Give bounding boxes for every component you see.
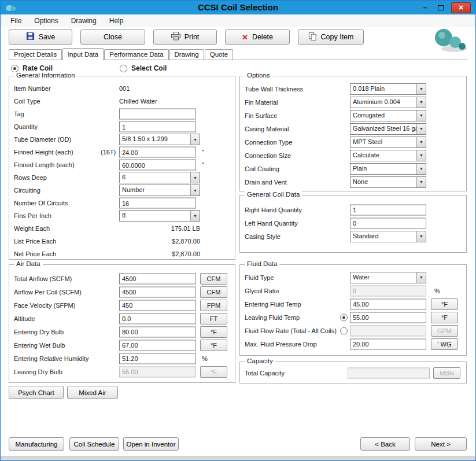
fluid-flow-rate-row: Fluid Flow Rate (Total - All Coils) GPM: [240, 324, 466, 337]
glycol-ratio-label: Glycol Ratio: [245, 287, 279, 294]
fluid-flow-rate-input: [350, 325, 426, 336]
altitude-input[interactable]: [119, 313, 196, 324]
coil-coating-row: Coil Coating Plain ▼: [240, 162, 466, 175]
save-button[interactable]: Save: [9, 29, 72, 45]
coil-schedule-button[interactable]: Coil Schedule: [69, 437, 119, 451]
menu-options[interactable]: Options: [29, 15, 63, 27]
quantity-input[interactable]: [119, 121, 196, 132]
mixed-air-button[interactable]: Mixed Air: [67, 386, 118, 399]
casing-material-row: Casing Material Galvanized Steel 16 gau …: [240, 122, 466, 135]
leaving-dry-bulb-row: Leaving Dry Bulb °F: [9, 365, 235, 378]
circuiting-select[interactable]: Number ▼: [119, 185, 200, 196]
entering-wet-bulb-input[interactable]: [119, 340, 196, 351]
tab-input-data[interactable]: Input Data: [62, 48, 104, 60]
leaving-fluid-temp-unit-button[interactable]: °F: [431, 312, 458, 323]
airflow-per-coil-input[interactable]: [119, 286, 196, 297]
copy-item-button[interactable]: Copy Item: [298, 29, 364, 45]
connection-size-select[interactable]: Calculate ▼: [350, 150, 426, 161]
left-hand-quantity-input[interactable]: [350, 217, 426, 228]
coil-type-row: Coil Type Chilled Water: [9, 95, 235, 108]
airflow-per-coil-unit-button[interactable]: CFM: [200, 286, 227, 298]
tube-diameter-select[interactable]: 5/8 1.50 x 1.299 ▼: [119, 134, 200, 145]
coil-coating-select[interactable]: Plain ▼: [350, 163, 426, 175]
quantity-row: Quantity: [9, 120, 235, 133]
psych-chart-button[interactable]: Psych Chart: [9, 386, 64, 399]
leaving-fluid-temp-row: Leaving Fluid Temp °F: [240, 311, 466, 324]
connection-type-select[interactable]: MPT Steel ▼: [350, 137, 426, 148]
total-airflow-input[interactable]: [119, 273, 196, 284]
close-button[interactable]: Close: [80, 29, 145, 45]
fluid-flow-rate-radio[interactable]: [340, 327, 348, 334]
rows-deep-select[interactable]: 6 ▼: [119, 172, 200, 183]
open-in-inventor-button[interactable]: Open in Inventor: [123, 437, 179, 451]
tab-performance-data[interactable]: Performance Data: [104, 49, 168, 60]
next-button[interactable]: Next >: [415, 437, 467, 451]
air-data-group: Air Data Total Airflow (SCFM) CFM Airflo…: [9, 264, 235, 383]
max-fluid-pressure-drop-unit-button[interactable]: ' WG: [431, 338, 458, 350]
face-velocity-unit-button[interactable]: FPM: [200, 300, 227, 311]
entering-wet-bulb-label: Entering Wet Bulb: [14, 342, 65, 349]
close-window-button[interactable]: ✕: [451, 2, 471, 13]
entering-dry-bulb-row: Entering Dry Bulb °F: [9, 325, 235, 338]
manufacturing-button[interactable]: Manufacturing: [9, 437, 64, 451]
maximize-icon: [438, 5, 444, 10]
finned-height-label: Finned Height (each): [14, 149, 73, 156]
capacity-title: Capacity: [245, 357, 275, 364]
leaving-fluid-temp-radio[interactable]: [340, 314, 348, 321]
tag-label: Tag: [14, 110, 24, 117]
tab-quote[interactable]: Quote: [205, 49, 233, 60]
tab-drawing[interactable]: Drawing: [169, 49, 204, 60]
window-title: CCSI Coil Selection: [1, 2, 475, 12]
right-hand-quantity-input[interactable]: [350, 204, 426, 215]
leaving-fluid-temp-input[interactable]: [350, 312, 426, 323]
fluid-type-select[interactable]: Water ▼: [350, 272, 426, 283]
menu-drawing[interactable]: Drawing: [66, 15, 102, 27]
finned-length-input[interactable]: [119, 160, 196, 171]
number-of-circuits-input[interactable]: [119, 198, 196, 209]
altitude-unit-button[interactable]: FT: [200, 313, 227, 324]
finned-length-label: Finned Length (each): [14, 161, 75, 168]
casing-style-label: Casing Style: [245, 233, 281, 240]
airflow-per-coil-row: Airflow Per Coil (SCFM) CFM: [9, 285, 235, 298]
fluid-data-group: Fluid Data Fluid Type Water ▼ Glycol Rat…: [239, 264, 467, 356]
entering-wet-bulb-unit-button[interactable]: °F: [200, 340, 227, 351]
tube-wall-thickness-select[interactable]: 0.018 Plain ▼: [350, 83, 426, 95]
drain-and-vent-select[interactable]: None ▼: [350, 176, 426, 188]
drain-and-vent-label: Drain and Vent: [245, 179, 287, 186]
finned-height-input[interactable]: [119, 147, 196, 158]
print-button[interactable]: Print: [153, 29, 217, 45]
menu-help[interactable]: Help: [104, 15, 129, 27]
rate-coil-radio[interactable]: Rate Coil: [11, 64, 53, 72]
finned-length-row: Finned Length (each) ": [9, 158, 235, 171]
entering-dry-bulb-input[interactable]: [119, 326, 196, 337]
fin-material-select[interactable]: Aluminium 0.004 ▼: [350, 97, 426, 108]
face-velocity-input[interactable]: [119, 300, 196, 311]
entering-relative-humidity-input[interactable]: [119, 353, 196, 364]
back-button[interactable]: < Back: [360, 437, 410, 451]
fin-surface-select[interactable]: Corrugated ▼: [350, 110, 426, 121]
tab-project-details[interactable]: Project Details: [9, 49, 62, 60]
max-fluid-pressure-drop-input[interactable]: [350, 338, 426, 349]
fins-per-inch-select[interactable]: 8 ▼: [119, 210, 200, 222]
select-coil-radio[interactable]: Select Coil: [120, 64, 167, 72]
net-price-value: $2,870.00: [119, 250, 200, 257]
casing-style-select[interactable]: Standard ▼: [350, 231, 426, 242]
copy-icon: [308, 32, 317, 42]
menu-file[interactable]: File: [5, 15, 27, 27]
entering-fluid-temp-unit-button[interactable]: °F: [431, 298, 458, 310]
entering-dry-bulb-unit-button[interactable]: °F: [200, 326, 227, 338]
tube-diameter-value: 5/8 1.50 x 1.299: [120, 134, 190, 145]
casing-style-row: Casing Style Standard ▼: [240, 230, 466, 243]
delete-button[interactable]: ✕ Delete: [225, 29, 290, 45]
minimize-button[interactable]: –: [420, 3, 430, 13]
coil-type-label: Coil Type: [14, 98, 40, 105]
chevron-down-icon: ▼: [190, 211, 200, 221]
total-airflow-unit-button[interactable]: CFM: [200, 273, 227, 285]
maximize-button[interactable]: [438, 5, 444, 10]
chevron-down-icon: ▼: [190, 185, 200, 196]
toolbar: Save Close Print ✕ Delete Copy Item: [9, 29, 364, 45]
tag-input[interactable]: [119, 109, 196, 120]
casing-material-select[interactable]: Galvanized Steel 16 gau ▼: [350, 123, 426, 135]
entering-fluid-temp-input[interactable]: [350, 298, 426, 309]
fluid-type-label: Fluid Type: [245, 274, 274, 281]
